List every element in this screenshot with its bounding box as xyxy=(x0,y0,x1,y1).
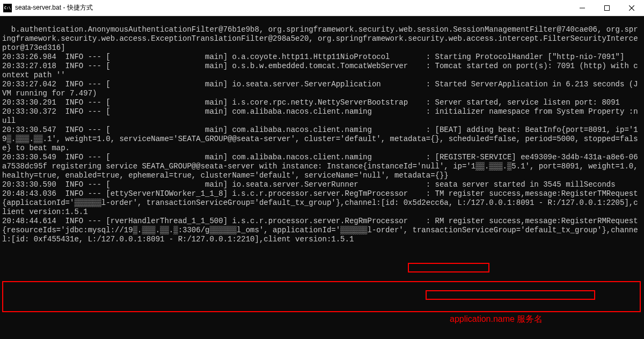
window-title: seata-server.bat - 快捷方式 xyxy=(15,3,93,12)
console-text: b.authentication.AnonymousAuthentication… xyxy=(2,25,642,244)
cmd-icon: C:\ xyxy=(3,4,12,12)
maximize-button[interactable] xyxy=(595,0,619,16)
highlight-box-application-id xyxy=(426,290,595,300)
highlight-box-tx-group xyxy=(408,263,489,272)
window-titlebar: C:\ seata-server.bat - 快捷方式 xyxy=(0,0,644,16)
close-icon xyxy=(629,5,634,11)
minimize-icon xyxy=(580,5,585,11)
highlight-box-rm-message xyxy=(2,281,641,312)
console-output[interactable]: b.authentication.AnonymousAuthentication… xyxy=(0,16,644,339)
minimize-button[interactable] xyxy=(570,0,595,16)
close-button[interactable] xyxy=(619,0,644,16)
annotation-label: application.name 服务名 xyxy=(450,314,543,323)
maximize-icon xyxy=(604,5,610,11)
titlebar-left: C:\ seata-server.bat - 快捷方式 xyxy=(3,3,93,12)
svg-rect-1 xyxy=(605,5,610,10)
titlebar-controls xyxy=(570,0,644,16)
